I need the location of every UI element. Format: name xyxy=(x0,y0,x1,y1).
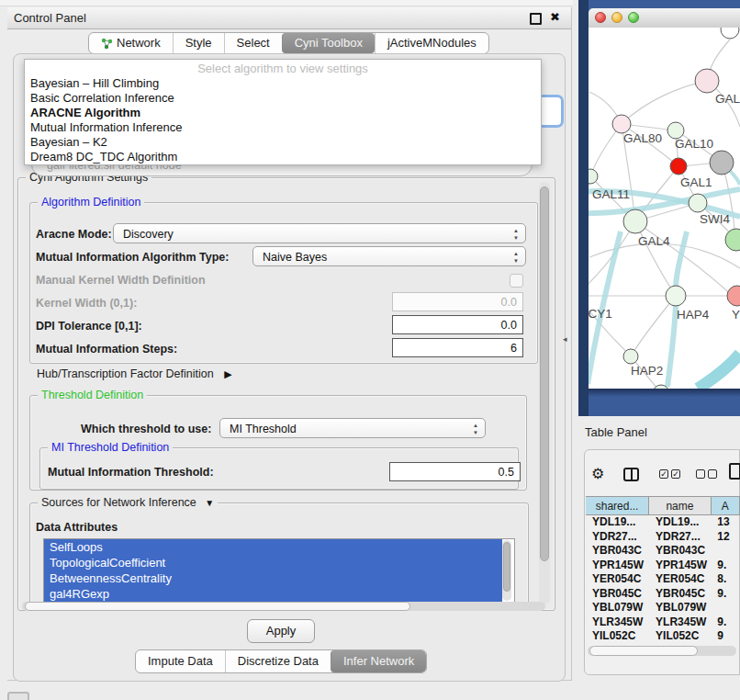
node-label-hap2: HAP2 xyxy=(631,364,663,378)
tab-cyni-toolbox[interactable]: Cyni Toolbox xyxy=(282,33,375,53)
network-node-gal1[interactable] xyxy=(670,158,687,175)
table-row[interactable]: YBL079WYBL079W xyxy=(586,601,740,615)
network-node-y[interactable] xyxy=(727,286,740,306)
column-header-a[interactable]: A xyxy=(712,496,740,515)
table-cell: YDR27... xyxy=(586,530,649,545)
network-edge[interactable] xyxy=(622,81,707,124)
table-row[interactable]: YER054CYER054C8. xyxy=(586,572,740,587)
network-node[interactable] xyxy=(721,28,739,39)
mi-threshold-definition-title: MI Threshold Definition xyxy=(48,441,173,454)
unchecked-checkbox-icon[interactable] xyxy=(696,469,705,479)
network-window-titlebar[interactable] xyxy=(589,8,740,28)
dropdown-placeholder: Select algorithm to view settings xyxy=(25,62,541,76)
table-hscrollbar-thumb[interactable] xyxy=(589,646,698,656)
table-row[interactable]: YIL052CYIL052C9 xyxy=(586,629,740,644)
table-row[interactable]: YBR045CYBR045C9. xyxy=(586,587,740,602)
dropdown-item-aracne-algorithm[interactable]: ARACNE Algorithm xyxy=(25,106,541,120)
mi-steps-field[interactable]: 6 xyxy=(392,338,523,357)
network-node-gal4[interactable] xyxy=(623,209,647,233)
table-hscrollbar-track xyxy=(588,646,736,656)
settings-hscrollbar-thumb[interactable] xyxy=(25,602,410,611)
float-window-icon[interactable] xyxy=(530,13,542,25)
minimized-panel-icon[interactable] xyxy=(7,692,29,700)
network-node-swi4[interactable] xyxy=(689,194,707,212)
dpi-tolerance-field[interactable]: 0.0 xyxy=(392,315,523,334)
column-header-name[interactable]: name xyxy=(649,496,711,515)
control-panel-window: Control Panel ✖ NetworkStyleSelectCyni T… xyxy=(7,7,572,681)
kernel-width-field[interactable]: 0.0 xyxy=(392,292,523,311)
table-row[interactable]: YPR145WYPR145W9. xyxy=(586,559,740,573)
gear-icon[interactable]: ⚙ xyxy=(591,465,604,482)
dropdown-item-bayesian-k2[interactable]: Bayesian – K2 xyxy=(25,135,541,150)
table-cell: YIL052C xyxy=(586,629,649,644)
dpi-tolerance-label: DPI Tolerance [0,1]: xyxy=(36,320,142,333)
checked-checkbox-icon[interactable]: ✓ xyxy=(659,469,668,479)
bottom-tab-impute-data[interactable]: Impute Data xyxy=(136,650,225,672)
column-layout-icon[interactable] xyxy=(623,468,639,481)
tab-style[interactable]: Style xyxy=(173,33,224,53)
aracne-mode-select[interactable]: Discovery ▲▼ xyxy=(113,223,526,243)
dropdown-item-dream8-dc-tdc-algorithm[interactable]: Dream8 DC_TDC Algorithm xyxy=(25,150,541,164)
table-row[interactable]: YLR345WYLR345W9. xyxy=(586,615,740,630)
table-cell: 13 xyxy=(711,515,740,530)
attribute-item-topologicalcoefficient[interactable]: TopologicalCoefficient xyxy=(44,555,502,570)
list-scrollbar-thumb[interactable] xyxy=(503,542,510,592)
network-canvas[interactable]: GALGAL80GAL10GAL1GAL11GAL4SWI4GCY1HAP4YH… xyxy=(589,28,740,389)
table-panel-window: ⚙ ✓ ✓ shared...nameAYDL19...YDL19...13YD… xyxy=(584,449,740,675)
tab-jactivemnodules[interactable]: jActiveMNodules xyxy=(375,33,488,53)
tab-network[interactable]: Network xyxy=(89,33,173,53)
manual-kernel-width-checkbox[interactable] xyxy=(510,274,523,288)
attribute-item-selfloops[interactable]: SelfLoops xyxy=(44,539,502,555)
bottom-tab-discretize-data[interactable]: Discretize Data xyxy=(225,650,331,672)
table-panel-titlebar: Table Panel xyxy=(578,416,740,449)
mi-threshold-field[interactable]: 0.5 xyxy=(389,462,521,481)
dropdown-item-mutual-information-inference[interactable]: Mutual Information Inference xyxy=(25,120,541,135)
network-edge[interactable] xyxy=(698,354,740,389)
close-traffic-light-icon[interactable] xyxy=(595,12,606,23)
network-node-hap4[interactable] xyxy=(666,286,686,306)
network-node-gal11[interactable] xyxy=(589,169,598,184)
attribute-item-gal4rgexp[interactable]: gal4RGexp xyxy=(44,586,502,602)
hub-definition-expander[interactable]: Hub/Transcription Factor Definition ▶ xyxy=(37,367,232,380)
dropdown-item-basic-correlation-inference[interactable]: Basic Correlation Inference xyxy=(25,91,541,106)
attribute-item-betweennesscentrality[interactable]: BetweennessCentrality xyxy=(44,570,502,586)
network-node-gal80[interactable] xyxy=(612,115,631,133)
zoom-traffic-light-icon[interactable] xyxy=(628,12,639,23)
new-table-icon[interactable] xyxy=(729,463,740,480)
network-node-hap2[interactable] xyxy=(623,349,638,364)
which-threshold-select[interactable]: MI Threshold ▲▼ xyxy=(219,418,486,438)
node-label-gal1: GAL1 xyxy=(680,175,712,189)
table-row[interactable]: YDL19...YDL19...13 xyxy=(586,515,740,530)
cyni-algorithm-settings-group: Cyni Algorithm Settings Algorithm Defini… xyxy=(17,177,555,611)
dropdown-item-bayesian-hill-climbing[interactable]: Bayesian – Hill Climbing xyxy=(25,76,541,91)
minimize-traffic-light-icon[interactable] xyxy=(611,12,622,23)
network-edge[interactable] xyxy=(589,176,590,296)
table-row[interactable]: YDR27...YDR27...12 xyxy=(586,530,740,545)
network-node[interactable] xyxy=(725,229,740,251)
table-cell: YLR345W xyxy=(649,615,711,630)
table-panel-title: Table Panel xyxy=(585,425,647,439)
unchecked-checkbox-icon[interactable] xyxy=(708,469,717,479)
table-cell: YBL079W xyxy=(649,601,711,615)
node-attribute-table: shared...nameAYDL19...YDL19...13YDR27...… xyxy=(586,496,740,644)
settings-hscrollbar-track xyxy=(22,602,545,611)
data-attributes-list[interactable]: SelfLoopsTopologicalCoefficientBetweenne… xyxy=(43,538,515,604)
checked-checkbox-icon[interactable]: ✓ xyxy=(671,469,680,479)
mi-algorithm-type-value: Naive Bayes xyxy=(263,251,327,264)
panel-divider-arrow-icon[interactable]: ◂ xyxy=(563,334,567,344)
bottom-tab-infer-network[interactable]: Infer Network xyxy=(331,650,426,672)
table-cell: YBR043C xyxy=(649,544,711,559)
apply-button[interactable]: Apply xyxy=(247,619,315,643)
close-icon[interactable]: ✖ xyxy=(550,10,560,24)
network-node-gal[interactable] xyxy=(695,69,719,93)
network-edge[interactable] xyxy=(635,221,676,296)
settings-scrollbar-thumb[interactable] xyxy=(540,186,549,561)
network-node[interactable] xyxy=(710,151,734,175)
mi-algorithm-type-select[interactable]: Naive Bayes ▲▼ xyxy=(252,246,526,266)
network-edge[interactable] xyxy=(631,296,676,356)
sources-expander[interactable]: Sources for Network Inference ▼ xyxy=(38,496,218,509)
column-header-shared[interactable]: shared... xyxy=(586,496,649,515)
tab-select[interactable]: Select xyxy=(224,33,282,53)
expander-arrow-icon: ▶ xyxy=(224,368,231,380)
table-row[interactable]: YBR043CYBR043C xyxy=(586,544,740,559)
